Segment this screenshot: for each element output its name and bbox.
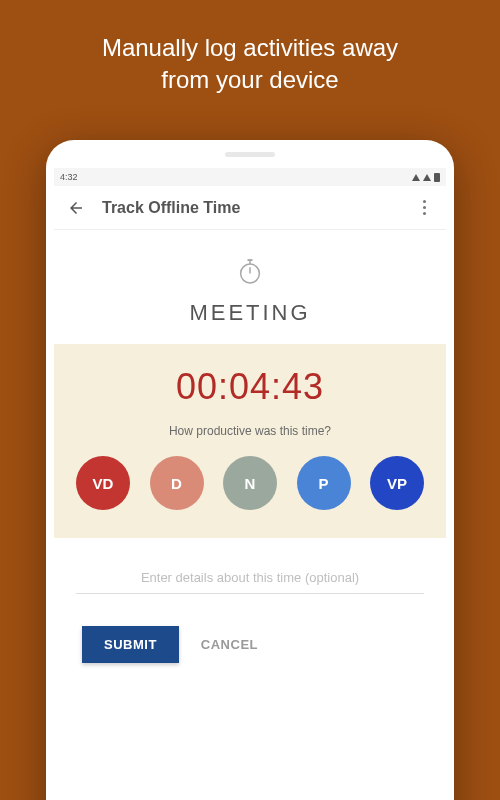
- promo-line-2: from your device: [161, 66, 338, 93]
- device-frame: 4:32 Track Offline Time MEETING: [46, 140, 454, 800]
- status-bar: 4:32: [54, 168, 446, 186]
- timer-value: 00:04:43: [72, 366, 428, 408]
- battery-icon: [434, 173, 440, 182]
- cancel-button[interactable]: CANCEL: [201, 637, 258, 652]
- stopwatch-icon: [235, 256, 265, 290]
- main-content: MEETING 00:04:43 How productive was this…: [54, 230, 446, 800]
- rating-distracting[interactable]: D: [150, 456, 204, 510]
- promo-line-1: Manually log activities away: [102, 34, 398, 61]
- productivity-panel: 00:04:43 How productive was this time? V…: [54, 344, 446, 538]
- app-bar: Track Offline Time: [54, 186, 446, 230]
- device-speaker: [225, 152, 275, 157]
- page-title: Track Offline Time: [102, 199, 412, 217]
- submit-button[interactable]: SUBMIT: [82, 626, 179, 663]
- rating-productive[interactable]: P: [297, 456, 351, 510]
- overflow-menu-button[interactable]: [412, 196, 436, 220]
- rating-very-productive[interactable]: VP: [370, 456, 424, 510]
- action-row: SUBMIT CANCEL: [54, 602, 446, 675]
- details-area: [54, 538, 446, 602]
- wifi-icon: [423, 174, 431, 181]
- rating-neutral[interactable]: N: [223, 456, 277, 510]
- status-icons: [412, 173, 440, 182]
- activity-name: MEETING: [54, 300, 446, 326]
- back-button[interactable]: [64, 196, 88, 220]
- svg-rect-1: [248, 259, 253, 261]
- status-time: 4:32: [60, 172, 78, 182]
- activity-header: MEETING: [54, 230, 446, 344]
- signal-icon: [412, 174, 420, 181]
- arrow-left-icon: [67, 199, 85, 217]
- details-input[interactable]: [76, 562, 424, 594]
- rating-very-distracting[interactable]: VD: [76, 456, 130, 510]
- rating-row: VD D N P VP: [76, 456, 424, 510]
- productivity-prompt: How productive was this time?: [72, 424, 428, 438]
- screen: 4:32 Track Offline Time MEETING: [54, 168, 446, 800]
- promo-headline: Manually log activities away from your d…: [0, 0, 500, 97]
